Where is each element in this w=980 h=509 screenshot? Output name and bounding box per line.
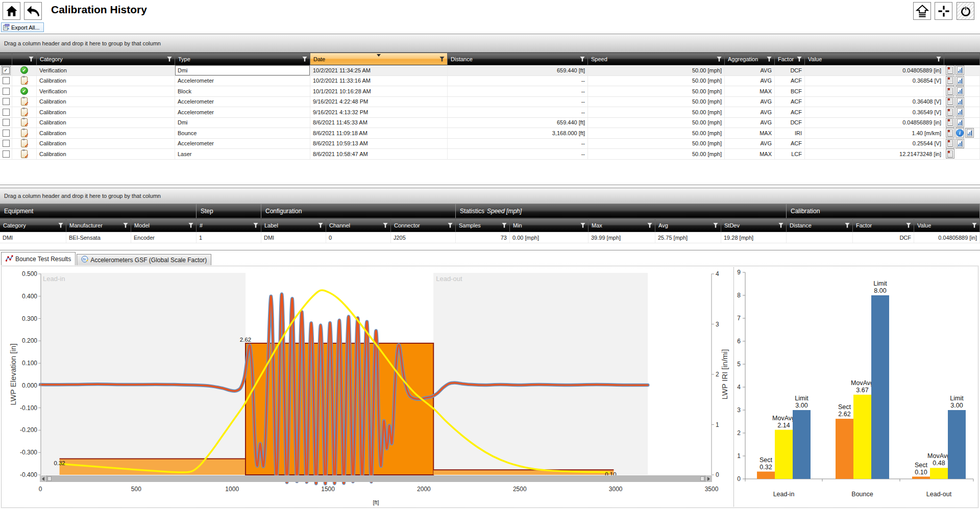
home-button[interactable] xyxy=(3,2,20,20)
filter-icon[interactable] xyxy=(713,223,718,228)
filter-icon[interactable] xyxy=(502,223,507,228)
tab-bounce-test-results[interactable]: Bounce Test Results xyxy=(1,252,76,265)
report-button[interactable] xyxy=(946,139,954,148)
column-header-category[interactable]: Category xyxy=(0,218,66,232)
filter-icon[interactable] xyxy=(253,223,258,228)
column-header-factor[interactable]: Factor xyxy=(853,218,914,232)
table-row[interactable]: CalibrationAccelerometer10/2/2021 11:33:… xyxy=(0,76,980,87)
group-header-calibration[interactable]: Calibration xyxy=(787,204,980,218)
group-header-statistics[interactable]: StatisticsSpeed [mph] xyxy=(456,204,787,218)
filter-icon[interactable] xyxy=(580,57,585,62)
column-header-date[interactable]: Date xyxy=(310,53,448,65)
column-header-stdev[interactable]: StDev xyxy=(721,218,787,232)
column-header-distance[interactable]: Distance xyxy=(448,53,588,65)
chart-button[interactable] xyxy=(955,97,964,107)
report-button[interactable] xyxy=(946,128,954,138)
filter-icon[interactable] xyxy=(845,223,850,228)
row-checkbox[interactable]: ✓ xyxy=(3,67,10,74)
row-checkbox[interactable] xyxy=(3,150,10,158)
table-row[interactable]: CalibrationAccelerometer8/6/2021 10:59:1… xyxy=(0,139,980,149)
filter-icon[interactable] xyxy=(972,223,977,228)
table-row[interactable]: CalibrationBounce8/6/2021 11:09:18 AM3,1… xyxy=(0,128,980,139)
filter-icon[interactable] xyxy=(647,223,652,228)
grid1-group-drop-area[interactable]: Drag a column header and drop it here to… xyxy=(0,34,980,53)
chart-button[interactable] xyxy=(955,139,964,148)
chart-button[interactable] xyxy=(955,118,964,128)
chart-button[interactable] xyxy=(965,128,974,138)
table-row[interactable]: CalibrationAccelerometer9/16/2021 4:22:4… xyxy=(0,97,980,108)
row-checkbox[interactable] xyxy=(3,98,10,105)
column-header-factor[interactable]: Factor xyxy=(775,53,805,65)
grid2-group-drop-area[interactable]: Drag a column header and drop it here to… xyxy=(0,188,980,204)
filter-icon[interactable] xyxy=(580,223,585,228)
group-header-equipment[interactable]: Equipment xyxy=(0,204,197,218)
column-header-label[interactable]: Label xyxy=(261,218,326,232)
report-button[interactable] xyxy=(946,97,954,107)
filter-icon[interactable] xyxy=(439,57,445,62)
scrollbar-thumb[interactable] xyxy=(46,475,705,482)
column-header-category[interactable]: Category xyxy=(37,53,175,65)
column-header-samples[interactable]: Samples xyxy=(456,218,510,232)
column-header-select[interactable] xyxy=(0,53,12,65)
column-header-avg[interactable]: Avg xyxy=(655,218,721,232)
info-button[interactable]: i xyxy=(955,128,964,138)
column-header-type[interactable]: Type xyxy=(175,53,310,65)
column-header-min[interactable]: Min xyxy=(510,218,589,232)
row-checkbox[interactable] xyxy=(3,130,10,137)
filter-icon[interactable] xyxy=(188,223,193,228)
filter-icon[interactable] xyxy=(123,223,128,228)
filter-icon[interactable] xyxy=(717,57,722,62)
collapse-button[interactable] xyxy=(935,2,952,20)
group-header-configuration[interactable]: Configuration xyxy=(261,204,456,218)
column-header-value[interactable]: Value xyxy=(914,218,980,232)
publish-button[interactable] xyxy=(913,2,931,20)
table-row[interactable]: DMIBEI-SensataEncoder1DMI0J205730.00 [mp… xyxy=(0,232,980,243)
filter-icon[interactable] xyxy=(29,57,34,62)
report-button[interactable] xyxy=(946,118,954,128)
chart-button[interactable] xyxy=(955,76,964,86)
filter-icon[interactable] xyxy=(167,57,172,62)
report-button[interactable] xyxy=(946,107,954,117)
chart-horizontal-scrollbar[interactable] xyxy=(40,475,712,482)
column-header-actions[interactable] xyxy=(944,53,980,65)
scroll-right-button[interactable] xyxy=(705,475,712,482)
filter-icon[interactable] xyxy=(302,57,307,62)
table-row[interactable]: ✓VerificationBlock10/1/2021 10:16:28 AM-… xyxy=(0,86,980,97)
column-header-max[interactable]: Max xyxy=(589,218,655,232)
report-button[interactable] xyxy=(946,86,954,96)
row-checkbox[interactable] xyxy=(3,119,10,126)
filter-icon[interactable] xyxy=(936,57,941,62)
report-button[interactable] xyxy=(946,149,954,159)
power-button[interactable] xyxy=(957,2,974,20)
row-checkbox[interactable] xyxy=(3,109,10,116)
column-header-distance[interactable]: Distance xyxy=(787,218,853,232)
table-row[interactable]: CalibrationDmi8/6/2021 11:45:33 AM659.44… xyxy=(0,118,980,129)
column-header-connector[interactable]: Connector xyxy=(391,218,456,232)
filter-icon[interactable] xyxy=(318,223,323,228)
table-row[interactable]: ✓✓VerificationDmi10/2/2021 11:34:25 AM65… xyxy=(0,65,980,76)
column-header-speed[interactable]: Speed xyxy=(588,53,725,65)
column-header-model[interactable]: Model xyxy=(131,218,197,232)
chart-button[interactable] xyxy=(955,107,964,117)
filter-icon[interactable] xyxy=(58,223,63,228)
row-checkbox[interactable] xyxy=(3,140,10,147)
chart-button[interactable] xyxy=(955,65,964,75)
group-header-step[interactable]: Step xyxy=(197,204,261,218)
report-button[interactable] xyxy=(946,76,954,86)
column-header-manufacturer[interactable]: Manufacturer xyxy=(66,218,131,232)
filter-icon[interactable] xyxy=(767,57,772,62)
filter-icon[interactable] xyxy=(797,57,802,62)
export-all-button[interactable]: Export All... xyxy=(1,22,44,32)
column-header-value[interactable]: Value xyxy=(805,53,944,65)
table-row[interactable]: CalibrationLaser8/6/2021 10:58:47 AM--50… xyxy=(0,149,980,160)
row-checkbox[interactable] xyxy=(3,77,10,84)
report-button[interactable] xyxy=(946,65,954,75)
tab-accelerometers-gsf-global-scale-factor-[interactable]: fxAccelerometers GSF (Global Scale Facto… xyxy=(77,254,211,265)
filter-icon[interactable] xyxy=(383,223,388,228)
column-header-number[interactable]: # xyxy=(197,218,261,232)
filter-icon[interactable] xyxy=(906,223,911,228)
filter-icon[interactable] xyxy=(778,223,783,228)
back-button[interactable] xyxy=(24,2,42,20)
column-header-status[interactable] xyxy=(12,53,37,65)
column-header-channel[interactable]: Channel xyxy=(326,218,391,232)
